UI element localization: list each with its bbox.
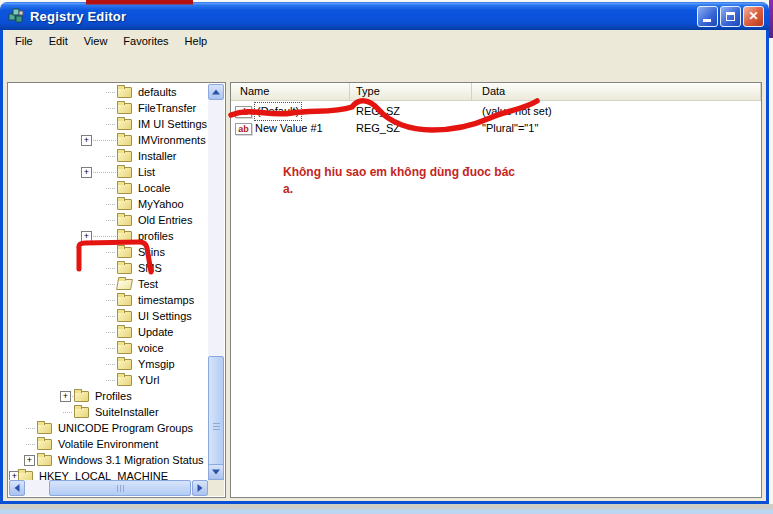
- folder-icon: [37, 423, 52, 434]
- column-header-data[interactable]: Data: [472, 83, 761, 100]
- tree-item-myyahoo[interactable]: MyYahoo: [9, 196, 208, 212]
- arrow-left-icon: [15, 484, 20, 492]
- tree-connector-line: [106, 332, 115, 333]
- tree-item-label: timestamps: [138, 292, 194, 308]
- title-bar[interactable]: Registry Editor ✕: [0, 2, 769, 30]
- tree-connector-line: [106, 92, 115, 93]
- column-header-type[interactable]: Type: [350, 83, 472, 100]
- tree-item-label: HKEY_LOCAL_MACHINE: [39, 468, 168, 480]
- tree-item-label: Windows 3.1 Migration Status: [58, 452, 204, 468]
- menu-favorites[interactable]: Favorites: [115, 33, 176, 49]
- value-name-cell: abNew Value #1: [231, 120, 350, 137]
- value-data-cell: "Plural"="1": [472, 120, 761, 137]
- tree-item-label: Installer: [138, 148, 177, 164]
- tree-item-unicode-program-groups[interactable]: UNICODE Program Groups: [9, 420, 208, 436]
- folder-icon: [37, 439, 52, 450]
- tree-connector-line: [106, 268, 115, 269]
- tree-item-label: profiles: [138, 228, 173, 244]
- tree-item-old-entries[interactable]: Old Entries: [9, 212, 208, 228]
- menu-help[interactable]: Help: [177, 33, 216, 49]
- tree-item-label: FileTransfer: [138, 100, 196, 116]
- arrow-up-icon: [212, 90, 220, 95]
- registry-editor-window: Registry Editor ✕ FileEditViewFavoritesH…: [0, 2, 769, 504]
- folder-icon: [117, 359, 132, 370]
- tree-item-list[interactable]: +List: [9, 164, 208, 180]
- column-header-name[interactable]: Name: [231, 83, 350, 100]
- horizontal-scroll-thumb[interactable]: [49, 480, 191, 496]
- expand-icon[interactable]: +: [81, 167, 92, 178]
- tree-item-test[interactable]: Test: [9, 276, 208, 292]
- folder-icon: [117, 231, 132, 242]
- value-list-pane: Name Type Data ab(Default)REG_SZ(value n…: [230, 82, 762, 498]
- tree-item-hkey-local-machine[interactable]: +HKEY_LOCAL_MACHINE: [9, 468, 208, 480]
- menu-file[interactable]: File: [7, 33, 41, 49]
- maximize-icon: [726, 12, 735, 21]
- folder-icon: [37, 455, 52, 466]
- scroll-left-button[interactable]: [9, 480, 25, 496]
- background-window-sliver: [769, 0, 773, 38]
- tree-item-skins[interactable]: Skins: [9, 244, 208, 260]
- value-list: ab(Default)REG_SZ(value not set)abNew Va…: [231, 101, 761, 137]
- tree-item-voice[interactable]: voice: [9, 340, 208, 356]
- folder-icon: [117, 199, 132, 210]
- tree-connector-line: [72, 396, 73, 397]
- tree-connector-line: [106, 204, 115, 205]
- tree-connector-line: [106, 220, 115, 221]
- tree-connector-line: [106, 364, 115, 365]
- tree-item-label: UI Settings: [138, 308, 192, 324]
- tree-connector-line: [106, 108, 115, 109]
- tree-connector-line: [106, 252, 115, 253]
- tree-connector-line: [93, 140, 116, 141]
- tree-item-sms[interactable]: SMS: [9, 260, 208, 276]
- tree-item-label: Profiles: [95, 388, 132, 404]
- tree-connector-line: [106, 188, 115, 189]
- tree-item-profiles[interactable]: +profiles: [9, 228, 208, 244]
- tree-item-imvironments[interactable]: +IMVironments: [9, 132, 208, 148]
- tree-item-label: YUrl: [138, 372, 159, 388]
- tree-item-update[interactable]: Update: [9, 324, 208, 340]
- tree-item-label: Skins: [138, 244, 165, 260]
- tree-item-label: List: [138, 164, 155, 180]
- tree-item-filetransfer[interactable]: FileTransfer: [9, 100, 208, 116]
- maximize-button[interactable]: [720, 6, 741, 27]
- value-row-new-value-1[interactable]: abNew Value #1REG_SZ"Plural"="1": [231, 120, 761, 137]
- expand-icon[interactable]: +: [24, 455, 35, 466]
- tree-item-suiteinstaller[interactable]: SuiteInstaller: [9, 404, 208, 420]
- tree-item-label: IM UI Settings: [138, 116, 207, 132]
- menu-edit[interactable]: Edit: [41, 33, 76, 49]
- scroll-right-button[interactable]: [192, 480, 208, 496]
- key-tree-pane: defaultsFileTransferIM UI Settings+IMVir…: [7, 82, 226, 498]
- scroll-up-button[interactable]: [208, 84, 224, 100]
- tree-horizontal-scrollbar[interactable]: [9, 480, 208, 496]
- menu-view[interactable]: View: [76, 33, 116, 49]
- thumb-grip-icon: [213, 426, 220, 427]
- tree-item-yurl[interactable]: YUrl: [9, 372, 208, 388]
- tree-connector-line: [106, 156, 115, 157]
- tree-item-timestamps[interactable]: timestamps: [9, 292, 208, 308]
- expand-icon[interactable]: +: [60, 391, 71, 402]
- folder-icon: [117, 103, 132, 114]
- expand-icon[interactable]: +: [81, 135, 92, 146]
- tree-item-im-ui-settings[interactable]: IM UI Settings: [9, 116, 208, 132]
- tree-item-windows-3-1-migration-status[interactable]: +Windows 3.1 Migration Status: [9, 452, 208, 468]
- value-row-default[interactable]: ab(Default)REG_SZ(value not set): [231, 103, 761, 120]
- tree-vertical-scrollbar[interactable]: [208, 84, 224, 480]
- tree-item-locale[interactable]: Locale: [9, 180, 208, 196]
- close-icon: ✕: [744, 7, 763, 26]
- folder-icon: [117, 135, 132, 146]
- value-name-text: New Value #1: [255, 120, 323, 137]
- string-value-icon: ab: [235, 123, 252, 135]
- tree-item-volatile-environment[interactable]: Volatile Environment: [9, 436, 208, 452]
- close-button[interactable]: ✕: [743, 6, 764, 27]
- tree-item-ui-settings[interactable]: UI Settings: [9, 308, 208, 324]
- scroll-down-button[interactable]: [208, 464, 224, 480]
- tree-item-installer[interactable]: Installer: [9, 148, 208, 164]
- tree-item-label: Old Entries: [138, 212, 192, 228]
- expand-icon[interactable]: +: [81, 231, 92, 242]
- folder-icon: [18, 471, 33, 480]
- value-data-cell: (value not set): [472, 103, 761, 120]
- tree-item-ymsgip[interactable]: Ymsgip: [9, 356, 208, 372]
- tree-item-profiles[interactable]: +Profiles: [9, 388, 208, 404]
- minimize-button[interactable]: [697, 6, 718, 27]
- tree-item-defaults[interactable]: defaults: [9, 84, 208, 100]
